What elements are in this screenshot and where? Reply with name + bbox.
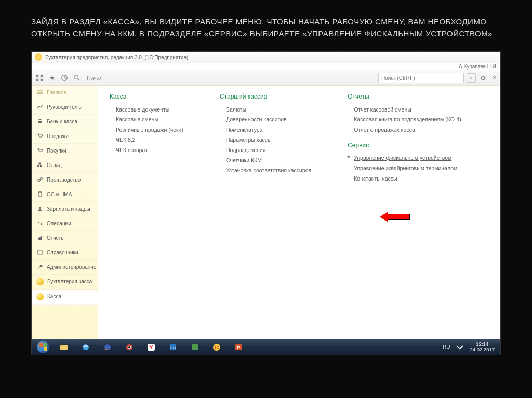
cart-icon [36,147,43,154]
taskbar-date: 24.02.2017 [470,347,495,352]
sidebar-label: Главное [47,90,66,95]
link-currencies[interactable]: Валюты [220,105,311,115]
user-name: А Кураптев Н И [459,64,496,70]
toolbar: ★ Начал × ⚙ × [32,71,500,86]
breadcrumb[interactable]: Начал [87,75,103,81]
sidebar-label: Производство [47,177,81,183]
history-icon[interactable] [59,72,70,84]
link-check-return[interactable]: ЧЕК возврат [110,145,183,156]
bank-icon [36,118,43,125]
column-head: Касса [110,93,183,100]
taskbar-app-icon[interactable] [184,340,205,354]
window-title-text: Бухгалтерия предприятия, редакция 3.0. (… [45,54,188,60]
sidebar-label: Зарплата и кадры [47,206,90,212]
sidebar-label: Банк и касса [47,119,77,125]
taskbar-explorer-icon[interactable] [54,340,74,354]
svg-rect-3 [41,79,43,81]
taskbar-office-icon[interactable]: Lo [163,340,183,354]
sidebar-item-production[interactable]: Производство [32,173,98,187]
svg-rect-0 [36,75,38,77]
link-sales-report[interactable]: Отчет о продажах касса [348,125,461,135]
svg-rect-17 [38,222,39,223]
svg-line-6 [78,79,80,81]
sidebar-item-admin[interactable]: Администрирование [32,260,98,275]
search-input[interactable] [378,73,464,83]
sidebar-item-manager[interactable]: Руководителю [32,100,98,115]
link-acquiring-terminal[interactable]: Управление эквайринговым терминалом [348,163,461,174]
sphere-icon [36,278,44,285]
cart-icon [36,133,43,140]
sidebar-item-sales[interactable]: Продажи [32,129,98,144]
sidebar-label: Склад [47,162,62,168]
link-cashbook-ko4[interactable]: Кассовая книга по подразделениям (КО-4) [348,115,461,125]
svg-rect-2 [36,79,38,81]
svg-rect-15 [38,192,42,196]
application-window: Бухгалтерия предприятия, редакция 3.0. (… [31,51,501,355]
svg-text:P: P [237,345,240,350]
close-panel-icon[interactable]: × [493,74,496,81]
link-kkm-counters[interactable]: Счетчики ККМ [220,156,311,166]
sidebar: Главное Руководителю Банк и касса Продаж… [32,86,98,339]
sidebar-item-main[interactable]: Главное [32,86,98,100]
menu-lines-icon [36,89,43,96]
menu-icon[interactable] [34,72,45,84]
slide-title: ЗАЙДЯ В РАЗДЕЛ «КАССА», ВЫ ВИДИТЕ РАБОЧЕ… [31,16,501,40]
link-check82[interactable]: ЧЕК 8,2 [110,135,183,145]
start-button[interactable] [33,339,53,355]
taskbar-firefox-icon[interactable] [97,340,118,354]
link-shift-report[interactable]: Отчет кассовой смены [348,105,461,115]
column-kassa: Касса Кассовые документы Кассовые смены … [110,93,183,337]
sidebar-item-acc-cashier[interactable]: Бухгалтерия касса [32,275,98,290]
link-retail-checks[interactable]: Розничные продажи (чеки) [110,125,183,135]
link-fiscal-device[interactable]: Управление фискальным устройством [348,153,461,163]
sidebar-item-hr[interactable]: Зарплата и кадры [32,202,98,216]
column-head: Отчеты [348,93,461,100]
sidebar-item-directories[interactable]: Справочники [32,245,98,260]
svg-rect-23 [60,345,63,346]
sidebar-item-operations[interactable]: Операции [32,216,98,231]
link-cashier-mapping[interactable]: Установка соответствия кассиров [220,166,311,176]
building-icon [36,191,43,198]
taskbar-tray-icon[interactable] [455,340,465,354]
taskbar-language[interactable]: RU [438,344,454,350]
sidebar-item-warehouse[interactable]: Склад [32,158,98,173]
sidebar-item-reports[interactable]: Отчеты [32,231,98,245]
link-departments[interactable]: Подразделения [220,145,311,156]
link-cash-params[interactable]: Параметры кассы [220,135,311,145]
sidebar-label: Администрирование [47,264,96,270]
sidebar-item-purchases[interactable]: Покупки [32,144,98,158]
book-icon [36,249,43,256]
svg-text:1C: 1C [215,346,219,349]
sidebar-item-assets[interactable]: ОС и НМА [32,187,98,202]
taskbar-chrome-icon[interactable] [119,340,140,354]
taskbar-yandex-icon[interactable]: Y [141,340,162,354]
taskbar-ie-icon[interactable] [75,340,96,354]
window-title-bar: Бухгалтерия предприятия, редакция 3.0. (… [32,52,500,63]
sidebar-item-bank[interactable]: Банк и касса [32,115,98,129]
taskbar-powerpoint-icon[interactable]: P [228,340,249,354]
svg-rect-18 [41,223,42,225]
taskbar-1c-icon[interactable]: 1C [206,340,227,354]
column-head: Старший кассир [220,93,311,100]
svg-rect-21 [41,236,42,240]
sidebar-label: Отчеты [47,235,65,241]
link-cash-constants[interactable]: Константы кассы [348,174,461,184]
star-icon[interactable]: ★ [46,72,58,84]
link-nomenclature[interactable]: Номенклатура [220,125,311,135]
gear-icon[interactable]: ⚙ [480,74,486,82]
highlight-arrow [380,213,410,221]
svg-rect-11 [40,165,42,167]
column-senior: Старший кассир Валюты Доверенности касси… [220,93,311,337]
sidebar-label: Руководителю [47,104,82,110]
taskbar-clock[interactable]: 12:14 24.02.2017 [466,341,499,352]
search-star-button[interactable]: × [467,73,476,83]
link-kassa-shifts[interactable]: Кассовые смены [110,115,183,125]
svg-text:Y: Y [149,344,153,350]
taskbar: Y Lo 1C P RU 12:14 24.02.2017 [32,339,500,355]
search-icon[interactable] [71,72,83,84]
link-cashier-powers[interactable]: Доверенности кассиров [220,115,311,125]
sidebar-item-cashier[interactable]: Касса [32,290,98,305]
svg-point-16 [39,207,41,209]
link-kassa-docs[interactable]: Кассовые документы [110,105,183,115]
svg-rect-33 [192,344,198,350]
